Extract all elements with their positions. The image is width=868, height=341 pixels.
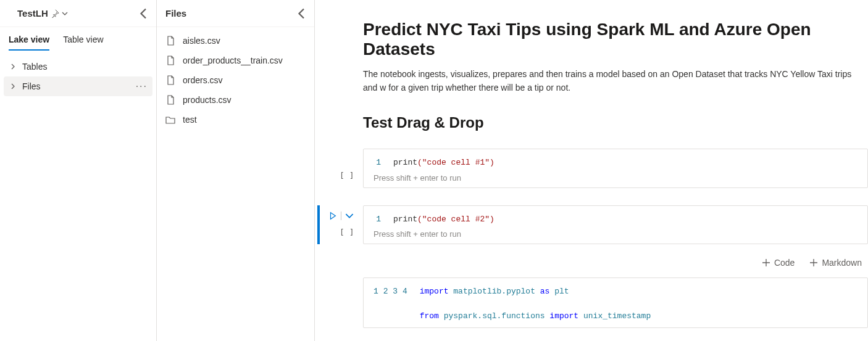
tab-table-view[interactable]: Table view [63, 33, 103, 51]
add-markdown-label: Markdown [822, 258, 862, 268]
execution-count: [ ] [340, 171, 354, 180]
code-cell-3[interactable]: 1 2 3 4 import matplotlib.pyplot as plt … [363, 277, 868, 328]
file-item[interactable]: order_products__train.csv [159, 51, 312, 70]
code-line: print("code cell #2") [393, 213, 495, 226]
code-cell-editor[interactable]: 1 print("code cell #1") Press shift + en… [363, 149, 868, 187]
tree-item-files[interactable]: Files ··· [4, 76, 152, 96]
file-name: test [183, 115, 197, 125]
active-cell-indicator [317, 205, 320, 244]
chevron-right-icon [9, 64, 17, 70]
file-name: order_products__train.csv [183, 55, 283, 65]
run-cell-button[interactable] [328, 212, 354, 220]
execution-count: [ ] [340, 228, 354, 237]
file-name: products.csv [183, 95, 232, 105]
add-code-cell-button[interactable]: Code [762, 258, 795, 268]
files-panel: Files aisles.csvorder_products__train.cs… [157, 0, 315, 341]
code-block: import matplotlib.pyplot as plt from pys… [420, 286, 651, 323]
file-icon [165, 95, 175, 105]
file-list: aisles.csvorder_products__train.csvorder… [157, 27, 314, 133]
add-code-label: Code [774, 258, 795, 268]
code-cell-editor[interactable]: 1 print("code cell #2") Press shift + en… [363, 205, 868, 244]
run-hint: Press shift + enter to run [373, 173, 858, 183]
chevron-right-icon [9, 83, 17, 89]
more-icon[interactable]: ··· [136, 81, 148, 92]
file-name: aisles.csv [183, 36, 220, 46]
explorer-tabs: Lake view Table view [0, 27, 156, 51]
files-header: Files [157, 0, 314, 27]
run-hint: Press shift + enter to run [373, 229, 858, 239]
file-icon [165, 36, 175, 46]
tree-label-tables: Tables [22, 62, 131, 72]
line-gutter: 1 2 3 4 [373, 286, 407, 298]
folder-item[interactable]: test [159, 110, 312, 129]
folder-icon [165, 115, 175, 125]
tree-item-tables[interactable]: Tables ··· [4, 57, 152, 76]
line-number: 1 [373, 157, 381, 169]
file-item[interactable]: aisles.csv [159, 31, 312, 51]
code-line: print("code cell #1") [393, 157, 495, 169]
pin-icon [51, 9, 59, 18]
explorer-tree: Tables ··· Files ··· [0, 51, 156, 102]
notebook-area: Predict NYC Taxi Tips using Spark ML and… [315, 0, 868, 341]
chevron-down-icon [62, 10, 68, 17]
add-markdown-cell-button[interactable]: Markdown [809, 258, 862, 268]
lakehouse-explorer-panel: TestLH Lake view Table view Tables ··· [0, 0, 157, 341]
chevron-down-icon [345, 212, 354, 220]
collapse-files-panel-button[interactable] [294, 6, 309, 21]
code-cell-1[interactable]: [ ] 1 print("code cell #1") Press shift … [363, 149, 868, 187]
plus-icon [762, 258, 770, 267]
code-cell-editor[interactable]: 1 2 3 4 import matplotlib.pyplot as plt … [363, 277, 868, 328]
insert-cell-bar: Code Markdown [363, 258, 862, 268]
file-item[interactable]: products.csv [159, 90, 312, 110]
notebook-description: The notebook ingests, visualizes, prepar… [363, 68, 868, 94]
workspace-header[interactable]: TestLH [0, 0, 156, 27]
tree-label-files: Files [22, 81, 131, 91]
line-number: 1 [373, 213, 381, 226]
code-cell-2[interactable]: [ ] 1 print("code cell #2") Press shift … [363, 205, 868, 244]
file-item[interactable]: orders.csv [159, 70, 312, 90]
tab-lake-view[interactable]: Lake view [9, 33, 49, 51]
file-icon [165, 55, 175, 65]
workspace-name: TestLH [17, 8, 48, 18]
file-name: orders.csv [183, 75, 223, 85]
notebook-section-heading: Test Drag & Drop [363, 114, 868, 131]
plus-icon [809, 258, 818, 267]
notebook-title: Predict NYC Taxi Tips using Spark ML and… [363, 20, 868, 59]
collapse-left-panel-button[interactable] [136, 6, 151, 21]
file-icon [165, 75, 175, 85]
